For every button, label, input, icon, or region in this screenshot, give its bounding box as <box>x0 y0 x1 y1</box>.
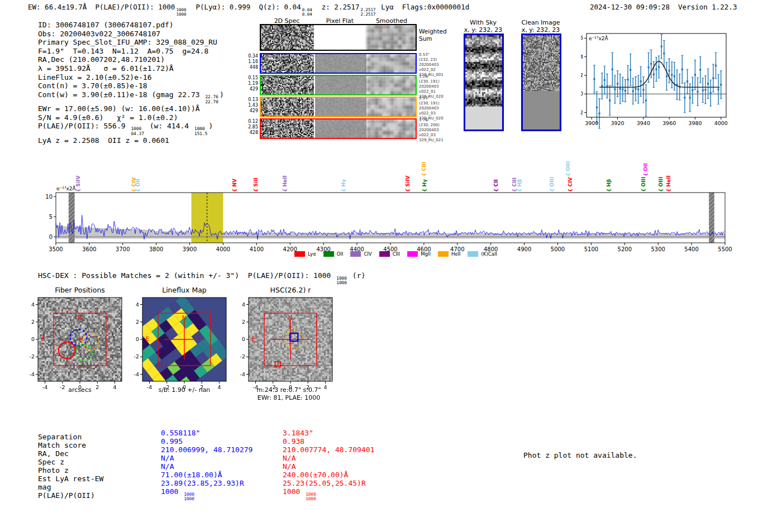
emission-line-label: { HeII <box>282 175 288 192</box>
svg-text:-2: -2 <box>581 109 583 116</box>
svg-text:e⁻¹⁷x2Å: e⁻¹⁷x2Å <box>56 185 77 191</box>
match-value: 0.938 <box>283 437 304 445</box>
clean-image-title: Clean Imagex, y: 232, 23 <box>513 19 569 33</box>
report-datetime: 2024-12-30 09:09:28 <box>590 3 670 11</box>
emission-line-label: { OIII <box>565 161 571 176</box>
emission-line-label: { Hγ <box>341 179 346 192</box>
match-value: N/A <box>283 462 295 471</box>
svg-text:6: 6 <box>581 35 583 41</box>
match-value: 71.00(±18.00)Å <box>161 471 222 479</box>
match-value: 0.558118" <box>161 429 200 437</box>
emission-line-label: { Hγ <box>422 179 427 192</box>
fiber-2d-row <box>260 53 417 74</box>
legend-label: MgII <box>421 251 431 257</box>
emission-line-label: { HeII <box>666 175 671 192</box>
info-line: F=1.9" T=0.143 N=1.12 A=0.75 g=24.8 <box>38 47 224 56</box>
fiber-2d-row <box>260 97 417 117</box>
line-fit-zoom-plot: -20246390039203940396039804000e⁻¹⁷x2Å <box>581 27 748 132</box>
legend-swatch <box>438 251 449 257</box>
match-value: 210.007774, 48.709401 <box>283 445 374 454</box>
svg-text:3900: 3900 <box>585 120 598 126</box>
lineflux-map-title: Lineflux Map <box>142 286 226 294</box>
emission-line-label: { CII <box>493 179 499 192</box>
match-value: 3.1843" <box>283 429 313 437</box>
header-datetime: 2024-12-30 09:09:28 Version 1.22.3 <box>590 3 737 11</box>
legend-label: OII <box>337 251 344 257</box>
info-line: RA,Dec (210.007202,48.710201) <box>38 55 224 64</box>
photz-note: Phot z plot not available. <box>523 451 637 459</box>
info-line: S/N = 4.9(±0.6) χ² = 1.0(±0.2) <box>38 113 224 122</box>
legend-swatch <box>468 251 479 257</box>
emission-line-label: { CIV <box>568 178 573 192</box>
elixer-report-page: EW: 66.4±19.7Å P(LAE)/P(OII): 1000100010… <box>0 0 782 532</box>
info-line: P(LAE)/P(OII): 556.9 100084.37 (w: 414.4… <box>38 122 224 136</box>
legend-item: (K)CaII <box>468 251 497 257</box>
svg-text:5000: 5000 <box>551 246 565 252</box>
fiber-positions-xlabel: arcsecs <box>38 386 122 394</box>
lineflux-map-caption: s/b: 1.90 +/- nan <box>131 386 237 394</box>
legend-label: Lyα <box>308 251 316 257</box>
with-sky-title: With Skyx, y: 232, 23 <box>455 19 511 33</box>
legend-item: MgII <box>407 251 431 257</box>
svg-text:4900: 4900 <box>517 246 531 252</box>
svg-text:4: 4 <box>581 54 583 60</box>
legend-item: Lyα <box>294 251 316 257</box>
svg-text:2: 2 <box>581 72 583 78</box>
emission-line-label: { SiIV <box>75 176 81 192</box>
svg-text:10: 10 <box>45 194 53 200</box>
legend-item: HeII <box>438 251 461 257</box>
info-line: Primary Spec_Slot_IFU_AMP: 329_088_029_R… <box>38 38 224 47</box>
svg-text:3900: 3900 <box>183 246 197 252</box>
info-line: λ = 3951.92Å σ = 6.01(±1.72)Å <box>38 64 224 73</box>
fiber-row-weights: 0.131.43429 <box>239 97 258 114</box>
info-line: ID: 3006748107 (3006748107.pdf) <box>38 21 224 30</box>
emission-line-label: { OIII <box>658 177 664 192</box>
match-value: 23.89(23.85,23.93)R <box>161 479 244 487</box>
fiber-2d-row <box>260 75 417 95</box>
fiber-positions-title: Fiber Positions <box>38 286 122 294</box>
match-row-label: RA, Dec <box>38 449 69 458</box>
svg-text:0: 0 <box>49 234 53 240</box>
match-row-label: Spec z <box>38 458 64 466</box>
svg-text:4100: 4100 <box>250 246 264 252</box>
svg-text:3920: 3920 <box>611 120 624 126</box>
svg-text:5300: 5300 <box>651 246 665 252</box>
match-row-label: Photo z <box>38 466 69 475</box>
svg-text:3700: 3700 <box>116 246 130 252</box>
info-line: LineFlux = 2.10(±0.52)e-16 <box>38 73 224 82</box>
weighted-sum-label: WeightedSum <box>419 28 447 42</box>
info-line: Cont(n) = 3.70(±0.85)e-18 <box>38 82 224 90</box>
fiber-row-weights: 0.151.19429 <box>239 75 258 92</box>
hsc-cutout-title: HSC(26.2) r <box>249 286 332 294</box>
svg-text:5: 5 <box>49 214 53 220</box>
legend-swatch <box>379 251 390 257</box>
emission-line-label: { OII <box>643 163 649 176</box>
match-value: 1000 10001000 <box>283 487 317 502</box>
hsc-cutout-caption-1: m:24.3 re:0.7" s:0.7" <box>227 386 350 394</box>
emission-line-label: { CIII <box>421 162 427 176</box>
emission-line-label: { SiII <box>253 178 259 192</box>
legend-label: HeII <box>451 251 461 257</box>
svg-text:3800: 3800 <box>149 246 163 252</box>
svg-text:5200: 5200 <box>618 246 632 252</box>
match-value: 25.23(25.05,25.45)R <box>283 479 366 487</box>
spectrum-legend: LyαOIICIVCIIIMgIIHeII(K)CaII <box>294 248 504 259</box>
match-row-label: Est LyA rest-EW <box>38 475 103 483</box>
match-row-label: mag <box>38 483 51 491</box>
svg-text:5100: 5100 <box>584 246 598 252</box>
hsc-dex-matches-line: HSC-DEX : Possible Matches = 2 (within +… <box>38 271 365 286</box>
match-value: 0.995 <box>161 437 183 445</box>
clean-image <box>521 33 561 131</box>
emission-line-label: { NV <box>232 179 237 192</box>
fiber-row-annotation: 1.76"(230, 200)20200403v022_03329_RU_021 <box>419 118 455 143</box>
svg-text:4000: 4000 <box>714 120 728 126</box>
emission-line-label: { SiIV <box>405 176 411 192</box>
legend-item: CIII <box>379 251 400 257</box>
match-value: N/A <box>161 462 174 471</box>
info-line: EWr = 17.00(±5.90) (w: 16.00(±4.10))Å <box>38 104 224 113</box>
legend-label: CIV <box>364 251 371 257</box>
info-line: Cont(w) = 3.90(±0.11)e-18 (gmag 22.73 22… <box>38 90 224 105</box>
info-line: Obs: 20200403v022_3006748107 <box>38 30 224 39</box>
svg-text:3980: 3980 <box>688 120 702 126</box>
legend-item: OII <box>323 251 344 257</box>
